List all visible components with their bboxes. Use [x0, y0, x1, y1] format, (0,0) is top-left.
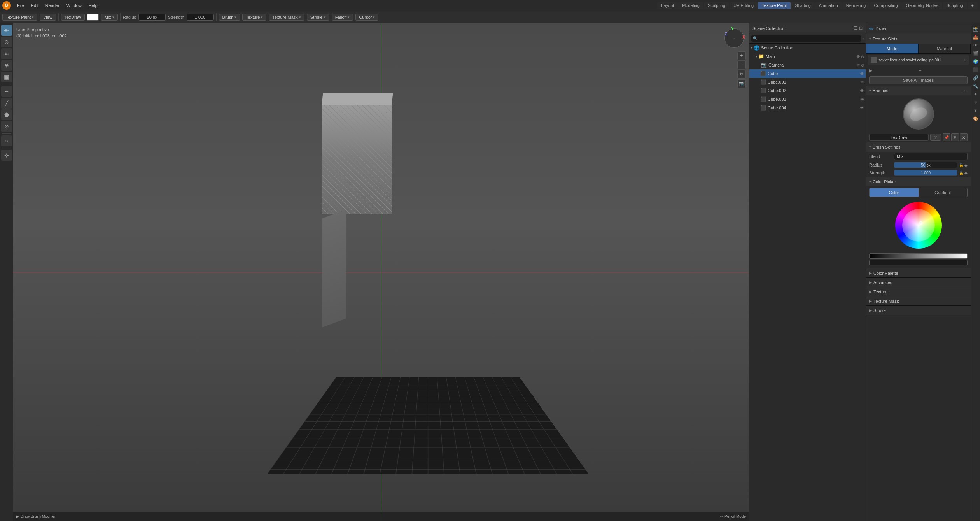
camera-eye-icon[interactable]: 👁: [856, 63, 860, 67]
brush-name-input[interactable]: [869, 134, 929, 141]
white-gradient-bar[interactable]: [869, 253, 968, 259]
menu-window[interactable]: Window: [63, 2, 85, 9]
si-material-icon[interactable]: 🎨: [972, 115, 980, 123]
tab-uv-editing[interactable]: UV Editing: [730, 2, 758, 9]
outliner-cube[interactable]: ⬛ Cube 👁: [749, 69, 866, 78]
tab-material[interactable]: Material: [919, 44, 971, 53]
si-view-icon[interactable]: 👁: [972, 41, 980, 49]
si-modifier-icon[interactable]: 🔧: [972, 82, 980, 90]
outliner-cube001[interactable]: ⬛ Cube.001 👁: [749, 78, 866, 86]
si-particles-icon[interactable]: ✦: [972, 90, 980, 98]
tab-compositing[interactable]: Compositing: [870, 2, 901, 9]
tab-texture-paint[interactable]: Texture Paint: [758, 2, 791, 9]
rotate-icon[interactable]: ↻: [737, 70, 746, 79]
tab-geometry-nodes[interactable]: Geometry Nodes: [902, 2, 942, 9]
menu-edit[interactable]: Edit: [28, 2, 42, 9]
strength-lock-icon[interactable]: 🔓: [959, 171, 964, 175]
si-output-icon[interactable]: 📤: [972, 33, 980, 41]
color-palette-section[interactable]: ▶ Color Palette: [866, 268, 971, 278]
menu-file[interactable]: File: [14, 2, 27, 9]
zoom-in-icon[interactable]: +: [737, 51, 746, 60]
strength-input[interactable]: [187, 14, 214, 21]
brush-pin-btn[interactable]: 📌: [943, 133, 950, 141]
brush-delete-btn[interactable]: ✕: [960, 133, 968, 141]
si-data-icon[interactable]: ▼: [972, 107, 980, 114]
si-scene-icon[interactable]: 🎬: [972, 49, 980, 57]
black-color-bar[interactable]: [869, 260, 968, 265]
nav-gizmo[interactable]: · X Y Z: [723, 26, 746, 50]
advanced-section[interactable]: ▶ Advanced: [866, 278, 971, 287]
falloff-btn[interactable]: Falloff ▾: [332, 14, 354, 21]
camera-icon[interactable]: 📷: [737, 79, 746, 88]
brushes-header[interactable]: ▾ Brushes ↔: [866, 86, 971, 95]
si-constraint-icon[interactable]: 🔗: [972, 74, 980, 82]
cube-eye-icon[interactable]: 👁: [860, 72, 864, 76]
brush-copy-btn[interactable]: ⎘: [951, 133, 959, 141]
texture-btn[interactable]: Texture ▾: [242, 14, 266, 21]
texture-section[interactable]: ▶ Texture: [866, 287, 971, 296]
tool-clone[interactable]: ⊕: [1, 60, 12, 71]
tab-animation[interactable]: Animation: [815, 2, 842, 9]
tool-draw[interactable]: ✏: [1, 25, 12, 36]
zoom-out-icon[interactable]: −: [737, 61, 746, 69]
si-physics-icon[interactable]: ⚛: [972, 98, 980, 106]
outliner-search-input[interactable]: [751, 35, 861, 42]
radius-slider[interactable]: 50 px: [894, 162, 957, 168]
tab-rendering[interactable]: Rendering: [842, 2, 870, 9]
tab-sculpting[interactable]: Sculpting: [704, 2, 729, 9]
camera-restrict-icon[interactable]: ⊙: [861, 63, 864, 67]
strength-keyframe-icon[interactable]: ◆: [964, 171, 968, 175]
tool-annotate-line[interactable]: ╱: [1, 98, 12, 109]
tool-measure[interactable]: ↔: [1, 135, 12, 146]
slot-play-icon[interactable]: ▶: [869, 68, 872, 73]
tab-gradient[interactable]: Gradient: [919, 188, 968, 197]
radius-input[interactable]: [138, 14, 166, 21]
stroke-section[interactable]: ▶ Stroke: [866, 306, 971, 315]
brush-settings-btn[interactable]: Brush ▾: [219, 14, 240, 21]
cube001-eye-icon[interactable]: 👁: [860, 80, 864, 84]
blend-selector[interactable]: Mix ▾: [101, 14, 118, 21]
outliner-scene-collection[interactable]: ▾ 🌐 Scene Collection: [749, 44, 866, 52]
blend-selector[interactable]: Mix: [894, 153, 968, 160]
radius-keyframe-icon[interactable]: ◆: [964, 163, 968, 167]
save-all-images-btn[interactable]: Save All Images: [869, 76, 968, 84]
tab-scripting[interactable]: Scripting: [943, 2, 967, 9]
mode-selector[interactable]: Texture Paint ▾: [2, 14, 37, 21]
tab-modeling[interactable]: Modeling: [678, 2, 704, 9]
tab-layout[interactable]: Layout: [657, 2, 678, 9]
outliner-sort-icon[interactable]: ↕: [862, 36, 864, 41]
outliner-camera[interactable]: 📷 Camera 👁 ⊙: [749, 61, 866, 69]
outliner-main-collection[interactable]: ▾ 📁 Main 👁 ⊙: [749, 52, 866, 61]
menu-render[interactable]: Render: [42, 2, 63, 9]
tool-annotate-poly[interactable]: ⬟: [1, 109, 12, 120]
strength-slider[interactable]: 1.000: [894, 170, 957, 176]
tool-annotate-erase[interactable]: ⊘: [1, 121, 12, 132]
texture-slot-item[interactable]: soviet floor and soviet celing.jpg.001 +: [868, 55, 969, 65]
main-restrict-icon[interactable]: ⊙: [861, 54, 864, 59]
texture-mask-section[interactable]: ▶ Texture Mask: [866, 296, 971, 306]
color-wheel[interactable]: [895, 202, 942, 249]
radius-lock-icon[interactable]: 🔓: [959, 163, 964, 167]
tab-add[interactable]: +: [968, 2, 978, 9]
texture-slots-header[interactable]: ▾ Texture Slots: [866, 34, 971, 44]
blender-logo[interactable]: B: [2, 1, 11, 10]
color-picker-header[interactable]: ▾ Color Picker: [866, 177, 971, 186]
tab-shading[interactable]: Shading: [791, 2, 814, 9]
outliner-view-icon[interactable]: ⊞: [859, 26, 863, 31]
tool-fill[interactable]: ▣: [1, 72, 12, 82]
tool-annotate[interactable]: ✒: [1, 86, 12, 97]
cursor-btn[interactable]: Cursor ▾: [355, 14, 378, 21]
si-object-icon[interactable]: ⬛: [972, 66, 980, 74]
outliner-filter-icon[interactable]: ☰: [854, 26, 858, 31]
slot-add-icon[interactable]: +: [964, 58, 966, 62]
brush-selector[interactable]: TexDraw: [61, 14, 85, 21]
brushes-expand-icon[interactable]: ↔: [963, 88, 968, 93]
si-render-icon[interactable]: 📸: [972, 25, 980, 33]
tool-smear[interactable]: ≋: [1, 48, 12, 59]
outliner-cube003[interactable]: ⬛ Cube.003 👁: [749, 95, 866, 103]
cube002-eye-icon[interactable]: 👁: [860, 89, 864, 93]
tab-color[interactable]: Color: [870, 188, 919, 197]
color-swatch[interactable]: [87, 14, 99, 21]
outliner-cube002[interactable]: ⬛ Cube.002 👁: [749, 86, 866, 95]
tab-mode[interactable]: Mode: [866, 44, 919, 53]
